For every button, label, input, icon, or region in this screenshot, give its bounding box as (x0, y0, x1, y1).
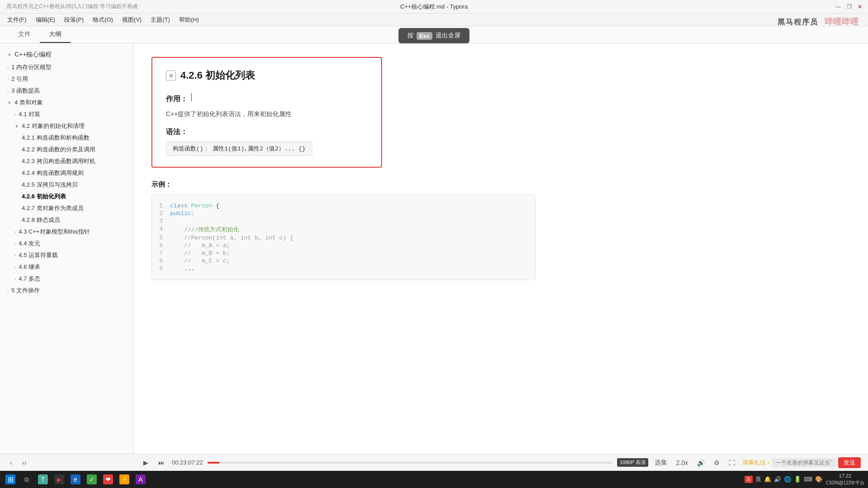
line-number: 7 (152, 250, 170, 257)
sidebar-item-4-2-6[interactable]: 4.2.6 初始化列表 (0, 191, 133, 202)
menu-theme[interactable]: 主题(T) (147, 15, 174, 25)
ime-indicator[interactable]: S (745, 476, 753, 483)
syntax-code: 构造函数()： 属性1(值1),属性2（值2）... {} (166, 141, 312, 156)
palette-icon[interactable]: 🎨 (815, 476, 822, 483)
typora-taskbar-button[interactable]: T (36, 473, 50, 486)
menu-view[interactable]: 视图(V) (118, 15, 145, 25)
sidebar-item-4-2-1[interactable]: 4.2.1 构造函数和析构函数 (0, 132, 133, 144)
sidebar-item-label: 1 内存分区模型 (11, 63, 52, 71)
select-episodes-button[interactable]: 选集 (652, 458, 670, 468)
sidebar-item-4-2-5[interactable]: 4.2.5 深拷贝与浅拷贝 (0, 179, 133, 191)
code-line-6: 6 // m_A = a; (152, 242, 535, 249)
line-number: 8 (152, 258, 170, 264)
chevron-down-icon: ▼ (7, 100, 12, 105)
taskbar-clock[interactable]: 17:22 CSDN@123学平台 (826, 473, 864, 486)
skip-button[interactable]: ⏭ (156, 458, 167, 467)
windows-icon: ⊞ (5, 474, 15, 484)
sidebar-item-4-2-3[interactable]: 4.2.3 拷贝构造函数调用时机 (0, 155, 133, 167)
network-icon[interactable]: 🌐 (784, 476, 791, 483)
volume-taskbar-icon[interactable]: 🔊 (774, 476, 781, 483)
sidebar-item-label: 4.2.1 构造函数和析构函数 (22, 134, 90, 142)
keyboard-icon[interactable]: ⌨ (804, 476, 812, 483)
volume-button[interactable]: 🔊 (694, 458, 708, 467)
app2-taskbar-button[interactable]: ❤ (101, 473, 115, 486)
line-content (170, 218, 174, 225)
section-title: ⊞ 4.2.6 初始化列表 (166, 69, 368, 82)
battery-icon[interactable]: 🔋 (794, 476, 801, 483)
menu-file[interactable]: 文件(F) (4, 15, 30, 25)
danmaku-input[interactable] (772, 458, 835, 467)
esc-suffix: 退出全屏 (435, 32, 461, 40)
zoom-level[interactable]: 2.0x (674, 458, 691, 467)
sidebar-item-4-3[interactable]: › 4.3 C++对象模型和this指针 (0, 226, 133, 238)
start-button[interactable]: ⊞ (4, 473, 17, 486)
settings-button[interactable]: ⚙ (711, 458, 722, 467)
sidebar-item-label: 4.2.4 构造函数调用规则 (22, 169, 84, 177)
sidebar-top-cpp[interactable]: ▼ C++核心编程 (0, 48, 133, 61)
chevron-right-icon: › (7, 89, 9, 94)
menu-edit[interactable]: 编辑(E) (32, 15, 59, 25)
tab-file[interactable]: 文件 (9, 27, 40, 43)
notification-icon[interactable]: 🔔 (764, 476, 771, 483)
sidebar-item-4-1[interactable]: › 4.1 封装 (0, 108, 133, 120)
menu-paragraph[interactable]: 段落(P) (61, 15, 87, 25)
progress-fill (208, 462, 220, 464)
code-block: 1 class Person { 2 public: 3 4 ////传统方式初… (151, 194, 536, 280)
chevron-right-icon: › (14, 112, 16, 117)
sidebar-item-3[interactable]: › 3 函数提高 (0, 85, 133, 97)
sidebar-item-4-2-7[interactable]: 4.2.7 类对象作为类成员 (0, 202, 133, 214)
sidebar-item-label: 4.2.5 深拷贝与浅拷贝 (22, 181, 78, 189)
menu-format[interactable]: 格式(O) (89, 15, 117, 25)
app4-taskbar-button[interactable]: A (134, 473, 147, 486)
danmaku-gift-label[interactable]: 弹幕礼仪 › (742, 459, 769, 467)
sidebar-item-4-7[interactable]: › 4.7 多态 (0, 273, 133, 285)
chevron-right-icon: › (7, 288, 9, 293)
chevron-down-icon: ▼ (7, 52, 12, 57)
sidebar-item-4-2-2[interactable]: 4.2.2 构造函数的分类及调用 (0, 144, 133, 155)
quality-badge[interactable]: 1080P 高清 (617, 458, 648, 467)
player-taskbar-button[interactable]: ▶ (52, 473, 66, 486)
sidebar-item-5[interactable]: › 5 文件操作 (0, 285, 133, 296)
danmaku-area: 弹幕礼仪 › 发送 (742, 457, 861, 468)
menu-help[interactable]: 帮助(H) (175, 15, 203, 25)
sidebar-item-label: 4.2.3 拷贝构造函数调用时机 (22, 157, 95, 165)
code-line-8: 8 // m_C = c; (152, 257, 535, 265)
sidebar-top-label: C++核心编程 (14, 51, 52, 59)
taskview-button[interactable]: ⧉ (20, 473, 33, 486)
send-button[interactable]: 发送 (838, 457, 861, 468)
line-content: //Person(int a, int b, int c) { (170, 235, 293, 241)
ime-lang[interactable]: 英 (755, 475, 761, 483)
line-content: // m_B = b; (170, 250, 230, 257)
sidebar-item-4[interactable]: ▼ 4 类和对象 (0, 97, 133, 108)
app3-taskbar-button[interactable]: ⚡ (118, 473, 131, 486)
nav-prev-button[interactable]: ‹ (5, 457, 16, 468)
sidebar-item-2[interactable]: › 2 引用 (0, 73, 133, 85)
code-line-7: 7 // m_B = b; (152, 249, 535, 257)
nav-next-button[interactable]: ‹› (19, 457, 30, 468)
sidebar-item-1[interactable]: › 1 内存分区模型 (0, 61, 133, 73)
minimize-button[interactable]: — (835, 3, 842, 10)
sidebar-item-4-6[interactable]: › 4.6 继承 (0, 261, 133, 273)
esc-key: Esc (416, 32, 432, 40)
sidebar-item-4-4[interactable]: › 4.4 友元 (0, 238, 133, 249)
sidebar-item-4-2-4[interactable]: 4.2.4 构造函数调用规则 (0, 167, 133, 179)
fullscreen-button[interactable]: ⛶ (726, 458, 738, 467)
code-line-5: 5 //Person(int a, int b, int c) { (152, 234, 535, 242)
close-button[interactable]: ✕ (856, 3, 863, 10)
maximize-button[interactable]: ❐ (845, 3, 853, 10)
sidebar-item-label: 4 类和对象 (14, 99, 43, 107)
sidebar-item-label: 4.1 封装 (19, 110, 40, 118)
nav-arrows: ‹ ‹› (5, 457, 30, 468)
code-line-2: 2 public: (152, 210, 535, 217)
sidebar-item-label: 3 函数提高 (11, 87, 40, 95)
main-layout: ▼ C++核心编程 › 1 内存分区模型 › 2 引用 › 3 函数提高 ▼ 4… (0, 43, 868, 471)
line-content: // m_A = a; (170, 242, 230, 249)
browser-taskbar-button[interactable]: e (69, 473, 82, 486)
progress-bar[interactable] (208, 462, 613, 464)
play-button[interactable]: ▶ (141, 458, 151, 467)
sidebar-item-4-2[interactable]: ▼ 4.2 对象的初始化和清理 (0, 120, 133, 132)
tab-outline[interactable]: 大纲 (40, 27, 71, 43)
sidebar-item-4-2-8[interactable]: 4.2.8 静态成员 (0, 214, 133, 226)
app1-taskbar-button[interactable]: ✓ (85, 473, 99, 486)
sidebar-item-4-5[interactable]: › 4.5 运算符重载 (0, 249, 133, 261)
